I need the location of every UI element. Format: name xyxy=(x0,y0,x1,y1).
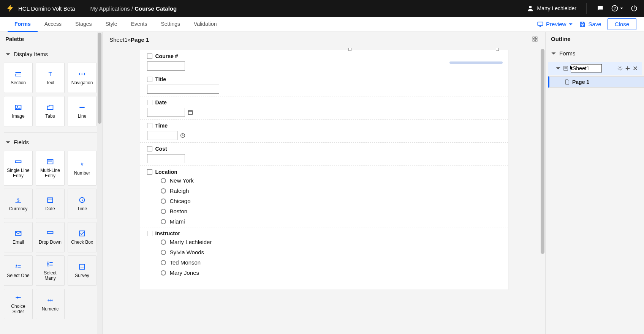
calendar-icon[interactable] xyxy=(187,109,193,115)
save-button[interactable]: Save xyxy=(579,21,601,28)
svg-text:?: ? xyxy=(614,6,616,11)
palette-item-multiline[interactable]: Multi-Line Entry xyxy=(36,151,65,186)
radio-option[interactable]: Chicago xyxy=(161,198,501,204)
palette-item-line[interactable]: Line xyxy=(68,96,97,126)
field-select-checkbox[interactable] xyxy=(147,146,152,151)
multiline-icon xyxy=(46,158,54,165)
palette-item-time[interactable]: Time xyxy=(68,189,97,219)
text-icon: T xyxy=(46,70,54,78)
svg-rect-27 xyxy=(47,262,49,263)
tab-events[interactable]: Events xyxy=(124,17,154,32)
field-select-checkbox[interactable] xyxy=(147,54,152,59)
field-instructor[interactable]: Instructor Marty Lechleider Sylvia Woods… xyxy=(140,227,508,278)
title-input[interactable] xyxy=(147,85,219,94)
canvas-breadcrumb-sheet[interactable]: Sheet1 xyxy=(109,36,128,43)
breadcrumb-current: Course Catalog xyxy=(134,5,177,12)
tab-settings[interactable]: Settings xyxy=(154,17,187,32)
field-select-checkbox[interactable] xyxy=(147,169,152,175)
radio-option[interactable]: Boston xyxy=(161,208,501,214)
group-display-label: Display Items xyxy=(14,51,48,57)
field-time[interactable]: Time xyxy=(140,120,508,143)
field-select-checkbox[interactable] xyxy=(147,77,152,82)
radio-icon xyxy=(161,260,166,265)
palette-scrollbar[interactable] xyxy=(97,32,102,334)
field-title[interactable]: Title xyxy=(140,73,508,96)
cost-input[interactable] xyxy=(147,154,185,163)
outline-forms-header[interactable]: Forms xyxy=(546,46,644,60)
outline-sheet-row[interactable] xyxy=(548,62,642,75)
tab-validation[interactable]: Validation xyxy=(187,17,223,32)
palette-item-label: Line xyxy=(78,113,87,119)
number-icon: # xyxy=(78,161,86,168)
group-fields-header[interactable]: Fields xyxy=(0,134,102,148)
palette-item-email[interactable]: Email xyxy=(4,222,33,252)
outline-page-row[interactable]: Page 1 xyxy=(548,76,644,88)
tab-stages[interactable]: Stages xyxy=(68,17,99,32)
selectmany-icon xyxy=(46,260,54,268)
palette-item-number[interactable]: #Number xyxy=(68,151,97,186)
field-date[interactable]: Date xyxy=(140,96,508,120)
palette-item-navigation[interactable]: Navigation xyxy=(68,63,97,93)
palette-item-selectmany[interactable]: Select Many xyxy=(36,255,65,286)
palette-item-label: Time xyxy=(77,206,87,211)
topbar-divider xyxy=(586,3,587,14)
field-cost[interactable]: Cost xyxy=(140,143,508,166)
radio-option[interactable]: Ted Monson xyxy=(161,259,501,266)
svg-point-25 xyxy=(16,266,17,268)
form-page[interactable]: Course # Title Date Time Cost xyxy=(140,50,508,290)
field-select-checkbox[interactable] xyxy=(147,231,152,236)
field-select-checkbox[interactable] xyxy=(147,123,152,128)
chat-button[interactable] xyxy=(597,5,604,12)
radio-option[interactable]: Sylvia Woods xyxy=(161,249,501,255)
radio-icon xyxy=(161,178,166,183)
group-fields-label: Fields xyxy=(14,139,29,145)
date-input[interactable] xyxy=(147,108,185,117)
group-display-header[interactable]: Display Items xyxy=(0,46,102,60)
radio-option[interactable]: New York xyxy=(161,177,501,184)
field-location[interactable]: Location New York Raleigh Chicago Boston… xyxy=(140,166,508,227)
image-icon xyxy=(14,104,22,111)
radio-option[interactable]: Marty Lechleider xyxy=(161,239,501,245)
palette-item-choiceslider[interactable]: Choice Slider xyxy=(4,289,33,319)
gear-icon[interactable] xyxy=(617,66,623,71)
palette-item-singleline[interactable]: Single Line Entry xyxy=(4,151,33,186)
time-input[interactable] xyxy=(147,131,177,140)
palette-item-section[interactable]: Section xyxy=(4,63,33,93)
palette-item-numeric[interactable]: Numeric xyxy=(36,289,65,319)
course-input[interactable] xyxy=(147,61,185,71)
palette-item-text[interactable]: TText xyxy=(36,63,65,93)
palette-item-checkbox[interactable]: Check Box xyxy=(68,222,97,252)
radio-option[interactable]: Miami xyxy=(161,218,501,225)
svg-text:$: $ xyxy=(17,197,20,202)
sheet-name-input[interactable] xyxy=(571,64,602,72)
close-button[interactable]: Close xyxy=(608,18,636,30)
plus-icon[interactable] xyxy=(625,66,630,71)
navigation-icon xyxy=(78,70,86,78)
canvas-scrollbar[interactable] xyxy=(541,48,544,333)
tab-access[interactable]: Access xyxy=(38,17,68,32)
grid-icon xyxy=(532,36,538,43)
palette-item-dropdown[interactable]: Drop Down xyxy=(36,222,65,252)
power-button[interactable] xyxy=(630,5,638,12)
radio-option[interactable]: Mary Jones xyxy=(161,269,501,276)
palette-item-currency[interactable]: $Currency xyxy=(4,189,33,219)
canvas-expand-button[interactable] xyxy=(532,36,538,44)
palette-item-tabs[interactable]: Tabs xyxy=(36,96,65,126)
tab-forms[interactable]: Forms xyxy=(8,17,38,32)
palette-item-date[interactable]: Date xyxy=(36,189,65,219)
radio-option[interactable]: Raleigh xyxy=(161,187,501,194)
tab-style[interactable]: Style xyxy=(99,17,124,32)
palette-item-label: Numeric xyxy=(42,306,59,312)
drop-zone[interactable] xyxy=(449,61,503,64)
field-select-checkbox[interactable] xyxy=(147,100,152,105)
palette-item-image[interactable]: Image xyxy=(4,96,33,126)
close-icon[interactable] xyxy=(633,66,638,71)
user-menu[interactable]: Marty Lechleider xyxy=(527,5,577,12)
preview-button[interactable]: Preview xyxy=(537,21,573,28)
clock-icon[interactable] xyxy=(180,132,186,139)
palette-item-survey[interactable]: Survey xyxy=(68,255,97,286)
help-button[interactable]: ? xyxy=(611,5,623,12)
breadcrumb-my-apps[interactable]: My Applications xyxy=(90,5,130,12)
slider-icon xyxy=(14,294,22,301)
palette-item-selectone[interactable]: Select One xyxy=(4,255,33,286)
